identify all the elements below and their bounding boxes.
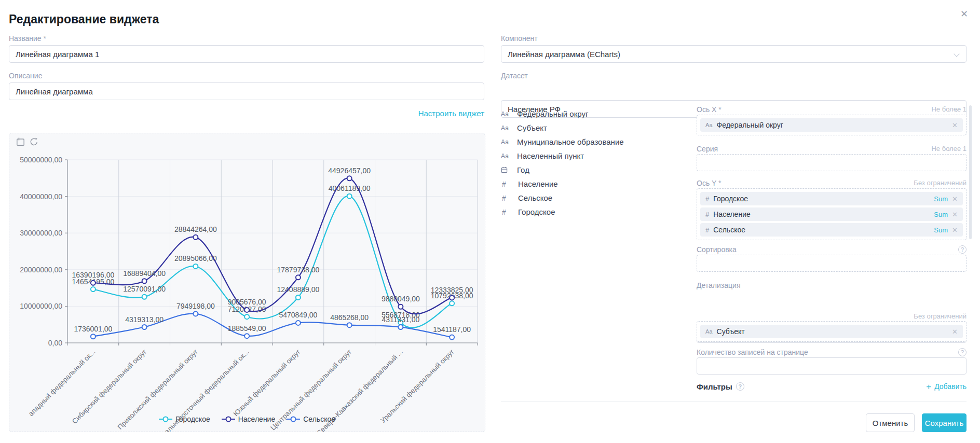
text-field-icon: Аа bbox=[705, 122, 713, 128]
axis-y-dropzone[interactable]: #ГородскоеSum✕#НаселениеSum✕#СельскоеSum… bbox=[697, 188, 967, 240]
number-field-icon: # bbox=[705, 211, 709, 218]
legend-item[interactable]: Сельское bbox=[287, 415, 335, 423]
text-field-icon: Аа bbox=[501, 124, 512, 132]
chip-label: Федеральный округ bbox=[717, 121, 948, 129]
question-icon[interactable]: ? bbox=[958, 245, 967, 254]
number-field-icon: # bbox=[501, 208, 513, 216]
selected-field-chip[interactable]: #ГородскоеSum✕ bbox=[700, 192, 963, 205]
dataset-field[interactable]: Год bbox=[501, 163, 693, 177]
svg-text:12570091,00: 12570091,00 bbox=[123, 285, 166, 293]
page-title: Редактирование виджета bbox=[9, 12, 159, 26]
svg-text:0,00: 0,00 bbox=[48, 339, 62, 347]
sorting-label: Сортировка bbox=[697, 245, 737, 254]
dataset-field[interactable]: #Население bbox=[501, 177, 693, 191]
dataset-field[interactable]: АаФедеральный округ bbox=[501, 107, 693, 121]
svg-text:30000000,00: 30000000,00 bbox=[20, 229, 62, 237]
remove-chip-icon[interactable]: ✕ bbox=[952, 121, 958, 129]
chip-label: Субъект bbox=[717, 327, 948, 336]
cancel-button[interactable]: Отменить bbox=[866, 413, 915, 432]
svg-text:5470849,00: 5470849,00 bbox=[279, 311, 317, 319]
chevron-down-icon bbox=[954, 51, 959, 57]
footer-divider bbox=[501, 402, 967, 402]
svg-text:28844264,00: 28844264,00 bbox=[174, 225, 217, 233]
dataset-field[interactable]: #Городское bbox=[501, 205, 693, 219]
dataset-field-label: Городское bbox=[518, 207, 555, 216]
detail-dropzone[interactable]: АаСубъект✕ bbox=[697, 321, 967, 342]
selected-field-chip[interactable]: #НаселениеSum✕ bbox=[700, 207, 963, 221]
dataset-field[interactable]: #Сельское bbox=[501, 191, 693, 205]
dataset-field-label: Федеральный округ bbox=[517, 109, 588, 118]
dataset-field[interactable]: АаСубъект bbox=[501, 121, 693, 135]
dataset-field-label: Население bbox=[518, 179, 558, 188]
legend-item[interactable]: Городское bbox=[159, 415, 210, 423]
axis-x-label: Ось X * bbox=[697, 105, 722, 114]
plus-icon: + bbox=[926, 382, 931, 391]
chart-panel[interactable]: 0,0010000000,0020000000,0030000000,00400… bbox=[9, 133, 485, 432]
aggregation-badge[interactable]: Sum bbox=[934, 211, 948, 218]
dataset-field-label: Населенный пункт bbox=[517, 151, 584, 160]
axis-x-limit: Не более 1 bbox=[931, 105, 967, 113]
chart-legend: ГородскоеНаселениеСельское bbox=[9, 415, 485, 423]
svg-text:4319313,00: 4319313,00 bbox=[125, 315, 164, 324]
filters-label: Фильтры ? bbox=[697, 382, 744, 391]
dataset-field-label: Субъект bbox=[517, 123, 547, 132]
text-field-icon: Аа bbox=[705, 328, 713, 335]
legend-label: Сельское bbox=[303, 415, 335, 423]
remove-chip-icon[interactable]: ✕ bbox=[952, 195, 958, 203]
selected-field-chip[interactable]: АаСубъект✕ bbox=[700, 325, 963, 338]
remove-chip-icon[interactable]: ✕ bbox=[952, 211, 958, 218]
svg-text:7949198,00: 7949198,00 bbox=[176, 302, 215, 310]
legend-item[interactable]: Население bbox=[222, 415, 276, 423]
component-select[interactable]: Линейная диаграмма (ECharts) bbox=[501, 45, 967, 63]
name-input[interactable] bbox=[9, 45, 484, 63]
question-icon[interactable]: ? bbox=[736, 382, 744, 391]
detail-label: Детализация bbox=[697, 281, 740, 289]
number-field-icon: # bbox=[705, 195, 709, 203]
dataset-field[interactable]: АаНаселенный пункт bbox=[501, 149, 693, 163]
description-label: Описание bbox=[9, 72, 42, 80]
axis-x-dropzone[interactable]: АаФедеральный округ✕ bbox=[697, 115, 967, 135]
sorting-dropzone[interactable] bbox=[697, 255, 967, 272]
configure-widget-link[interactable]: Настроить виджет bbox=[418, 109, 484, 118]
text-field-icon: Аа bbox=[501, 139, 512, 146]
svg-text:4311331,00: 4311331,00 bbox=[382, 315, 419, 324]
chip-label: Городское bbox=[713, 195, 930, 203]
detail-slot-limit: Без ограничений bbox=[914, 312, 967, 320]
page-size-input[interactable] bbox=[697, 357, 967, 375]
dataset-field-label: Год bbox=[517, 165, 529, 174]
aggregation-badge[interactable]: Sum bbox=[934, 226, 948, 234]
save-button[interactable]: Сохранить bbox=[922, 413, 967, 432]
svg-text:1736001,00: 1736001,00 bbox=[74, 325, 112, 333]
name-label: Название * bbox=[9, 34, 46, 43]
description-input[interactable] bbox=[9, 82, 484, 100]
dataset-field-label: Муниципальное образование bbox=[517, 137, 624, 146]
question-icon[interactable]: ? bbox=[958, 348, 967, 356]
close-icon[interactable]: ✕ bbox=[960, 9, 968, 19]
svg-text:1541187,00: 1541187,00 bbox=[433, 325, 471, 334]
series-slot-limit: Не более 1 bbox=[931, 145, 967, 153]
chip-label: Сельское bbox=[713, 226, 930, 234]
selected-field-chip[interactable]: #СельскоеSum✕ bbox=[700, 223, 963, 237]
svg-text:4865268,00: 4865268,00 bbox=[330, 313, 369, 322]
component-label: Компонент bbox=[501, 34, 538, 43]
svg-text:16889404,00: 16889404,00 bbox=[123, 269, 166, 278]
add-filter-button[interactable]: + Добавить bbox=[926, 382, 967, 391]
axis-y-label: Ось Y * bbox=[697, 179, 722, 187]
selected-field-chip[interactable]: АаФедеральный округ✕ bbox=[700, 118, 963, 132]
number-field-icon: # bbox=[501, 180, 513, 188]
legend-label: Население bbox=[238, 415, 276, 423]
remove-chip-icon[interactable]: ✕ bbox=[952, 226, 958, 234]
svg-text:1885549,00: 1885549,00 bbox=[228, 324, 266, 333]
panel-scrollbar[interactable] bbox=[969, 105, 972, 239]
svg-text:50000000,00: 50000000,00 bbox=[20, 156, 62, 164]
aggregation-badge[interactable]: Sum bbox=[934, 195, 948, 203]
axis-y-limit: Без ограничений bbox=[914, 179, 967, 187]
remove-chip-icon[interactable]: ✕ bbox=[952, 328, 958, 336]
component-value: Линейная диаграмма (ECharts) bbox=[508, 50, 620, 59]
svg-text:9880049,00: 9880049,00 bbox=[382, 295, 420, 303]
line-chart[interactable]: 0,0010000000,0020000000,0030000000,00400… bbox=[9, 133, 485, 432]
dataset-field[interactable]: АаМуниципальное образование bbox=[501, 135, 693, 149]
svg-text:20895066,00: 20895066,00 bbox=[174, 254, 217, 262]
legend-marker-icon bbox=[159, 416, 172, 422]
series-dropzone[interactable] bbox=[697, 154, 967, 171]
